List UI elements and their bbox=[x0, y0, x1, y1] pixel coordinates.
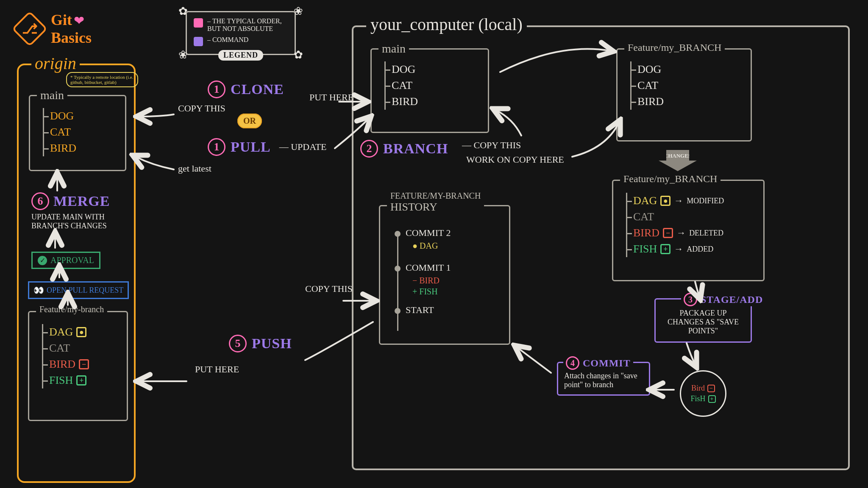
file-item: BIRD − →DELETED bbox=[627, 225, 755, 241]
approval-badge: ✓ APPROVAL bbox=[31, 252, 100, 269]
origin-main-title: main bbox=[37, 89, 67, 102]
legend-row-pink: – THE TYPICAL ORDER, BUT NOT ABSOLUTE bbox=[194, 17, 286, 33]
merge-desc: UPDATE MAIN WITH BRANCH'S CHANGES bbox=[31, 213, 120, 230]
branch-work-on-copy: WORK ON COPY HERE bbox=[466, 154, 564, 165]
step-pull: 1 PULL — UPDATE bbox=[208, 138, 327, 156]
local-feature-changed-box: Feature/my_BRANCH DAG ● →MODIFIED CAT BI… bbox=[612, 180, 765, 281]
flourish-icon: ✿ bbox=[178, 5, 188, 18]
approval-label: APPROVAL bbox=[50, 255, 94, 265]
clone-copy-this: COPY THIS bbox=[178, 103, 225, 114]
deleted-icon: − bbox=[663, 228, 673, 238]
added-icon: + bbox=[660, 244, 670, 254]
step-branch: 2 BRANCH bbox=[360, 140, 448, 158]
push-put-here: PUT HERE bbox=[195, 364, 239, 374]
git-logo-icon: ⎇ bbox=[12, 11, 48, 47]
local-feature-clean-title: Feature/my_BRANCH bbox=[624, 42, 725, 53]
file-item: CAT bbox=[386, 78, 479, 94]
or-cloud: OR bbox=[237, 114, 262, 128]
save-point-circle: Bird− FisH+ bbox=[680, 370, 726, 417]
branch-command: BRANCH bbox=[383, 141, 448, 157]
file-item: FISH+ bbox=[43, 372, 118, 388]
step-number: 2 bbox=[360, 140, 378, 158]
file-item: DOG bbox=[44, 108, 117, 124]
save-point-item: Bird− bbox=[691, 384, 715, 393]
file-item: DAG ● →MODIFIED bbox=[627, 193, 755, 209]
file-item: CAT bbox=[43, 340, 118, 356]
clone-command: CLONE bbox=[231, 81, 284, 97]
local-main-box: main DOG CAT BIRD bbox=[370, 48, 489, 133]
local-container: your_computer (local) main DOG CAT BIRD … bbox=[352, 25, 850, 470]
push-copy-this: COPY THIS bbox=[305, 284, 353, 294]
save-point-item: FisH+ bbox=[690, 394, 715, 403]
stage-desc: PACKAGE UP CHANGES AS "SAVE POINTS" bbox=[662, 309, 744, 336]
origin-feature-title: Feature/my-branch bbox=[36, 305, 107, 314]
flourish-icon: ❀ bbox=[178, 48, 188, 61]
pink-swatch-icon bbox=[194, 18, 203, 28]
stage-box: 3 STAGE/ADD PACKAGE UP CHANGES AS "SAVE … bbox=[654, 298, 752, 343]
local-feature-clean-box: Feature/my_BRANCH DOG CAT BIRD bbox=[616, 48, 752, 141]
pull-request-badge: 👀 OPEN PULL REQUEST bbox=[28, 281, 129, 299]
legend-purple-desc: – COMMAND bbox=[207, 36, 248, 44]
commit-change: − BIRD bbox=[412, 276, 440, 286]
commit-dot-icon bbox=[395, 308, 401, 314]
commit-label: START bbox=[406, 305, 434, 316]
push-command: PUSH bbox=[252, 336, 292, 352]
heart-icon: ❤ bbox=[74, 14, 84, 28]
added-icon: + bbox=[708, 395, 716, 403]
file-item: BIRD bbox=[632, 94, 742, 110]
file-item: DOG bbox=[386, 61, 479, 78]
step-number: 3 bbox=[684, 293, 697, 306]
local-feature-changed-title: Feature/my_BRANCH bbox=[620, 173, 721, 185]
commit-label: COMMIT 2 bbox=[406, 227, 451, 238]
step-number: 1 bbox=[208, 80, 225, 98]
pull-command: PULL bbox=[231, 139, 271, 155]
stage-command: STAGE/ADD bbox=[701, 294, 763, 305]
commit-change: ● DAG bbox=[412, 241, 438, 251]
deleted-icon: − bbox=[707, 385, 715, 392]
page-title: ⎇ Git ❤ Basics bbox=[17, 11, 92, 47]
origin-title: origin bbox=[31, 53, 80, 73]
step-clone: 1 CLONE bbox=[208, 80, 284, 98]
merge-command: MERGE bbox=[53, 193, 110, 209]
check-icon: ✓ bbox=[38, 256, 47, 265]
legend-label: LEGEND bbox=[218, 50, 263, 61]
commit-change: + FISH bbox=[412, 287, 438, 297]
history-title: FEATURE/MY-BRANCH HISTORY bbox=[387, 191, 484, 214]
file-item: CAT bbox=[627, 209, 755, 225]
origin-feature-box: Feature/my-branch DAG● CAT BIRD− FISH+ bbox=[28, 311, 128, 421]
changes-label: CHANGES bbox=[664, 152, 691, 159]
history-box: FEATURE/MY-BRANCH HISTORY COMMIT 2 ● DAG… bbox=[379, 205, 510, 345]
file-item: DAG● bbox=[43, 324, 118, 340]
file-item: FISH + →ADDED bbox=[627, 241, 755, 257]
local-title: your_computer (local) bbox=[366, 14, 527, 34]
pull-get-latest: get latest bbox=[178, 164, 211, 174]
modified-icon: ● bbox=[76, 327, 86, 337]
title-line1: Git bbox=[51, 11, 72, 28]
step-number: 5 bbox=[229, 335, 247, 352]
title-line2: Basics bbox=[51, 29, 92, 47]
file-item: BIRD bbox=[44, 140, 117, 156]
step-push: 5 PUSH bbox=[229, 335, 292, 352]
legend-row-purple: – COMMAND bbox=[194, 36, 286, 46]
step-number: 1 bbox=[208, 138, 225, 156]
branch-copy-this: — COPY THIS bbox=[462, 140, 521, 151]
clone-put-here: PUT HERE bbox=[309, 92, 353, 103]
step-merge: 6 MERGE UPDATE MAIN WITH BRANCH'S CHANGE… bbox=[31, 192, 120, 230]
eyes-icon: 👀 bbox=[33, 285, 44, 295]
origin-container: origin * Typically a remote location (i.… bbox=[17, 64, 136, 483]
file-item: BIRD bbox=[386, 94, 479, 110]
added-icon: + bbox=[76, 375, 86, 385]
origin-main-box: main DOG CAT BIRD bbox=[29, 95, 126, 171]
flourish-icon: ✿ bbox=[294, 48, 303, 61]
purple-swatch-icon bbox=[194, 37, 203, 46]
legend-pink-desc: – THE TYPICAL ORDER, BUT NOT ABSOLUTE bbox=[207, 17, 286, 33]
step-number: 6 bbox=[31, 192, 49, 210]
pr-label: OPEN PULL REQUEST bbox=[47, 286, 123, 295]
modified-icon: ● bbox=[660, 196, 670, 206]
history-line-icon bbox=[397, 232, 398, 331]
commit-command: COMMIT bbox=[583, 358, 631, 369]
commit-label: COMMIT 1 bbox=[406, 262, 451, 273]
file-item: DOG bbox=[632, 61, 742, 78]
file-item: BIRD− bbox=[43, 356, 118, 372]
commit-box: 4 COMMIT Attach changes in "save point" … bbox=[557, 362, 650, 396]
